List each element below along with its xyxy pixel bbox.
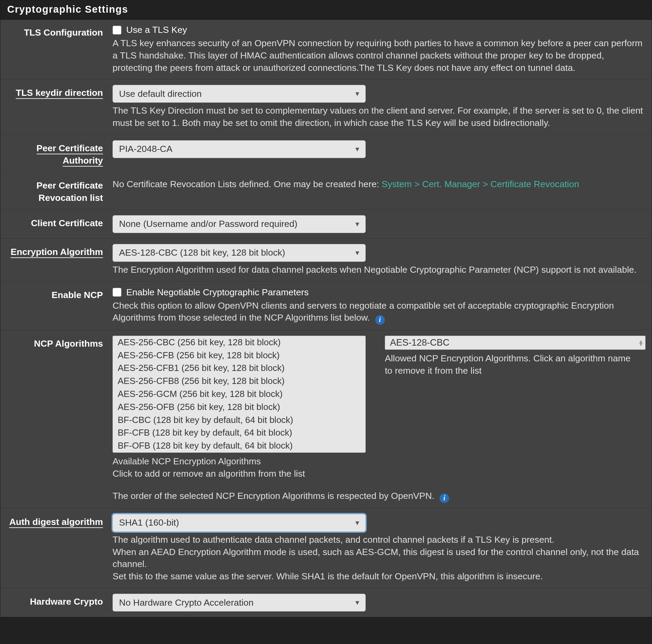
ncp-footer: The order of the selected NCP Encryption… bbox=[113, 490, 646, 503]
row-enable-ncp: Enable NCP Enable Negotiable Cryptograph… bbox=[0, 282, 652, 331]
label-peer-crl: Peer CertificateRevocation list bbox=[6, 178, 113, 204]
label-tls-configuration: TLS Configuration bbox=[6, 25, 113, 39]
row-encryption-algorithm: Encryption Algorithm AES-128-CBC (128 bi… bbox=[0, 239, 652, 282]
chevron-down-icon: ▾ bbox=[355, 145, 359, 154]
list-item[interactable]: AES-256-CFB (256 bit key, 128 bit block) bbox=[113, 349, 365, 362]
scroll-down-icon: ▾ bbox=[639, 340, 642, 348]
row-hardware-crypto: Hardware Crypto No Hardware Crypto Accel… bbox=[0, 589, 652, 617]
ncp-available-listbox[interactable]: AES-192-OFB (192 bit key, 128 bit block)… bbox=[113, 336, 366, 453]
list-item[interactable]: AES-256-GCM (256 bit key, 128 bit block) bbox=[113, 388, 365, 401]
client-cert-select[interactable]: None (Username and/or Password required)… bbox=[113, 215, 366, 233]
row-peer-crl: Peer CertificateRevocation list No Certi… bbox=[0, 172, 652, 210]
list-item[interactable]: AES-128-CBC bbox=[390, 337, 640, 348]
enable-ncp-help: Check this option to allow OpenVPN clien… bbox=[113, 300, 646, 325]
list-item[interactable]: BF-CBC (128 bit key by default, 64 bit b… bbox=[113, 414, 365, 427]
row-tls-keydir: TLS keydir direction Use default directi… bbox=[0, 80, 652, 135]
tls-keydir-help: The TLS Key Direction must be set to com… bbox=[113, 105, 646, 129]
row-ncp-algorithms: NCP Algorithms AES-192-OFB (192 bit key,… bbox=[0, 331, 652, 509]
tls-help-text: A TLS key enhances security of an OpenVP… bbox=[113, 37, 646, 74]
panel-title: Cryptographic Settings bbox=[0, 0, 652, 20]
ncp-allowed-listbox[interactable]: ▴ ▾ AES-128-CBC bbox=[385, 336, 646, 350]
cryptographic-settings-panel: Cryptographic Settings TLS Configuration… bbox=[0, 0, 652, 617]
label-tls-keydir[interactable]: TLS keydir direction bbox=[6, 85, 113, 99]
label-enable-ncp: Enable NCP bbox=[6, 287, 113, 301]
encryption-algorithm-select[interactable]: AES-128-CBC (128 bit key, 128 bit block)… bbox=[113, 244, 366, 262]
label-client-cert: Client Certificate bbox=[6, 215, 113, 230]
encryption-algorithm-help: The Encryption Algorithm used for data c… bbox=[113, 264, 646, 276]
list-item[interactable]: AES-256-OFB (256 bit key, 128 bit block) bbox=[113, 401, 365, 414]
list-item[interactable]: BF-OFB (128 bit key by default, 64 bit b… bbox=[113, 439, 365, 452]
tls-keydir-select[interactable]: Use default direction ▾ bbox=[113, 85, 366, 103]
label-peer-ca[interactable]: Peer CertificateAuthority bbox=[6, 140, 113, 167]
enable-ncp-checkbox[interactable] bbox=[113, 288, 121, 297]
auth-digest-select[interactable]: SHA1 (160-bit) ▾ bbox=[113, 514, 366, 532]
ncp-allowed-caption: Allowed NCP Encryption Algorithms. Click… bbox=[385, 352, 638, 377]
use-tls-key-checkbox[interactable] bbox=[113, 26, 121, 35]
list-item[interactable]: AES-256-CFB8 (256 bit key, 128 bit block… bbox=[113, 375, 365, 388]
label-auth-digest[interactable]: Auth digest algorithm bbox=[6, 514, 113, 528]
use-tls-key-label: Use a TLS Key bbox=[126, 25, 187, 35]
row-peer-ca: Peer CertificateAuthority PIA-2048-CA ▾ bbox=[0, 135, 652, 173]
chevron-down-icon: ▾ bbox=[355, 248, 359, 257]
peer-crl-text: No Certificate Revocation Lists defined.… bbox=[113, 178, 646, 191]
chevron-down-icon: ▾ bbox=[355, 598, 359, 607]
info-icon[interactable]: i bbox=[440, 493, 449, 503]
row-client-cert: Client Certificate None (Username and/or… bbox=[0, 210, 652, 239]
peer-ca-select[interactable]: PIA-2048-CA ▾ bbox=[113, 140, 366, 158]
cert-revocation-link[interactable]: System > Cert. Manager > Certificate Rev… bbox=[382, 179, 579, 189]
ncp-available-caption: Available NCP Encryption AlgorithmsClick… bbox=[113, 455, 366, 480]
list-item[interactable]: AES-256-CFB1 (256 bit key, 128 bit block… bbox=[113, 362, 365, 375]
label-ncp-algorithms: NCP Algorithms bbox=[6, 336, 113, 350]
info-icon[interactable]: i bbox=[375, 315, 385, 325]
row-tls-configuration: TLS Configuration Use a TLS Key A TLS ke… bbox=[0, 20, 652, 80]
panel-body: TLS Configuration Use a TLS Key A TLS ke… bbox=[0, 20, 652, 617]
label-encryption-algorithm[interactable]: Encryption Algorithm bbox=[6, 244, 113, 258]
auth-digest-help: The algorithm used to authenticate data … bbox=[113, 534, 646, 583]
enable-ncp-checkbox-label: Enable Negotiable Cryptographic Paramete… bbox=[126, 287, 309, 298]
list-item[interactable]: AES-256-CBC (256 bit key, 128 bit block) bbox=[113, 336, 365, 349]
chevron-down-icon: ▾ bbox=[355, 518, 359, 527]
chevron-down-icon: ▾ bbox=[355, 220, 359, 229]
list-item[interactable]: BF-CFB (128 bit key by default, 64 bit b… bbox=[113, 426, 365, 439]
row-auth-digest: Auth digest algorithm SHA1 (160-bit) ▾ T… bbox=[0, 509, 652, 589]
chevron-down-icon: ▾ bbox=[355, 89, 359, 98]
label-hardware-crypto: Hardware Crypto bbox=[6, 594, 113, 608]
hardware-crypto-select[interactable]: No Hardware Crypto Acceleration ▾ bbox=[113, 594, 366, 611]
